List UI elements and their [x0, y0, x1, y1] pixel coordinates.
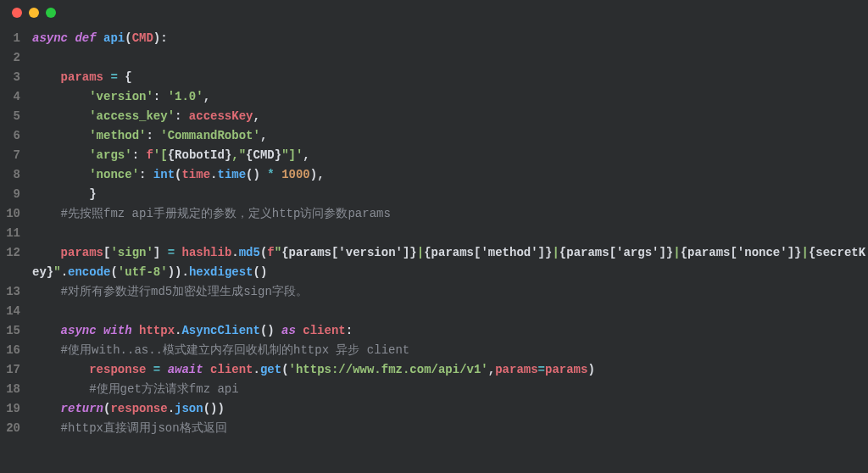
token-str: 'access_key': [89, 109, 175, 123]
token-fn: get: [260, 363, 281, 376]
line-number: 5: [0, 107, 29, 126]
code-content[interactable]: #先按照fmz api手册规定的参数，定义http访问参数params: [29, 204, 868, 224]
token-punc: [32, 129, 89, 142]
line-number: 10: [0, 204, 29, 224]
code-content[interactable]: response = await client.get('https://www…: [29, 360, 868, 380]
token-punc: ,: [488, 363, 495, 376]
code-content[interactable]: #httpx直接调用json格式返回: [29, 419, 868, 438]
token-kw: return: [61, 402, 103, 415]
token-str: '[: [153, 148, 168, 162]
code-content[interactable]: #使用get方法请求fmz api: [29, 380, 868, 399]
token-punc: [32, 90, 89, 103]
code-line[interactable]: 7 'args': f'[{RobotId},"{CMD}"]',: [0, 146, 868, 165]
code-line[interactable]: 17 response = await client.get('https://…: [0, 360, 868, 380]
code-line[interactable]: 16 #使用with..as..模式建立内存回收机制的httpx 异步 clie…: [0, 341, 868, 360]
code-content[interactable]: 'args': f'[{RobotId},"{CMD}"]',: [29, 146, 868, 165]
code-content[interactable]: 'access_key': accessKey,: [29, 107, 868, 126]
token-punc: .: [231, 246, 238, 259]
token-punc: [32, 363, 89, 376]
close-icon[interactable]: [12, 8, 22, 18]
code-line[interactable]: 2: [0, 48, 868, 68]
code-editor[interactable]: 1async def api(CMD):23 params = {4 'vers…: [0, 25, 868, 438]
token-punc: [32, 70, 61, 84]
line-number: 2: [0, 48, 29, 68]
token-str: 'args': [89, 148, 131, 162]
token-interp: {params['args']}: [559, 246, 673, 259]
code-line[interactable]: 6 'method': 'CommandRobot',: [0, 126, 868, 146]
line-number: 12: [0, 243, 29, 263]
code-line[interactable]: 18 #使用get方法请求fmz api: [0, 380, 868, 399]
code-line[interactable]: 11: [0, 224, 868, 243]
token-num: 1000: [281, 168, 310, 181]
token-kw: async def: [32, 31, 103, 45]
token-var: params: [61, 246, 103, 259]
code-line[interactable]: 3 params = {: [0, 68, 868, 87]
code-content[interactable]: #对所有参数进行md5加密处理生成sign字段。: [29, 282, 868, 302]
token-str: 'nonce': [89, 168, 139, 181]
token-punc: ]: [153, 246, 168, 259]
token-punc: {: [118, 70, 132, 84]
token-punc: ()): [203, 402, 225, 415]
token-punc: :: [175, 109, 189, 123]
token-str: 'https://www.fmz.com/api/v1': [289, 363, 488, 376]
token-punc: (): [260, 324, 281, 337]
token-punc: }: [32, 187, 97, 201]
code-line[interactable]: 13 #对所有参数进行md5加密处理生成sign字段。: [0, 282, 868, 302]
code-line[interactable]: 14: [0, 302, 868, 321]
line-number: 11: [0, 224, 29, 243]
token-fn: md5: [239, 246, 260, 259]
code-content[interactable]: async def api(CMD):: [29, 29, 868, 48]
line-number: 16: [0, 341, 29, 360]
token-var: accessKey: [189, 109, 253, 123]
token-punc: [32, 207, 61, 220]
code-line[interactable]: 5 'access_key': accessKey,: [0, 107, 868, 126]
token-punc: [160, 363, 167, 376]
token-str: '1.0': [168, 90, 203, 103]
token-kw: await: [168, 363, 210, 376]
code-content[interactable]: 'method': 'CommandRobot',: [29, 126, 868, 146]
token-punc: [32, 168, 89, 181]
code-content[interactable]: }: [29, 185, 868, 204]
code-line[interactable]: 19 return(response.json()): [0, 399, 868, 419]
code-content[interactable]: async with httpx.AsyncClient() as client…: [29, 321, 868, 341]
line-number: 4: [0, 87, 29, 107]
line-number: 3: [0, 68, 29, 87]
line-number: 19: [0, 399, 29, 419]
token-fn: hexdigest: [189, 265, 253, 279]
code-content[interactable]: params = {: [29, 68, 868, 87]
code-content[interactable]: 'version': '1.0',: [29, 87, 868, 107]
token-fstr: f: [146, 148, 153, 162]
code-line[interactable]: 15 async with httpx.AsyncClient() as cli…: [0, 321, 868, 341]
token-cmt: #使用get方法请求fmz api: [89, 382, 238, 396]
line-number: 6: [0, 126, 29, 146]
token-punc: [32, 109, 89, 123]
token-op: =: [538, 363, 545, 376]
token-str: 'utf-8': [118, 265, 168, 279]
token-var: time: [181, 168, 210, 181]
token-punc: [275, 168, 281, 181]
code-line[interactable]: 8 'nonce': int(time.time() * 1000),: [0, 165, 868, 185]
line-number: 20: [0, 419, 29, 438]
code-line[interactable]: 20 #httpx直接调用json格式返回: [0, 419, 868, 438]
code-content[interactable]: 'nonce': int(time.time() * 1000),: [29, 165, 868, 185]
code-line[interactable]: 12 params['sign'] = hashlib.md5(f"{param…: [0, 243, 868, 282]
maximize-icon[interactable]: [46, 8, 56, 18]
token-kw: async with: [61, 324, 139, 337]
code-content[interactable]: return(response.json()): [29, 399, 868, 419]
code-content[interactable]: #使用with..as..模式建立内存回收机制的httpx 异步 client: [29, 341, 868, 360]
code-content[interactable]: params['sign'] = hashlib.md5(f"{params['…: [29, 243, 868, 282]
token-interp: {CMD}: [246, 148, 281, 162]
token-str: ": [53, 265, 60, 279]
code-line[interactable]: 1async def api(CMD):: [0, 29, 868, 48]
code-line[interactable]: 10 #先按照fmz api手册规定的参数，定义http访问参数params: [0, 204, 868, 224]
token-var: params: [545, 363, 587, 376]
token-punc: [32, 343, 61, 357]
token-var: client: [303, 324, 345, 337]
line-number: 14: [0, 302, 29, 321]
token-str: |: [801, 246, 808, 259]
minimize-icon[interactable]: [29, 8, 39, 18]
code-line[interactable]: 4 'version': '1.0',: [0, 87, 868, 107]
code-line[interactable]: 9 }: [0, 185, 868, 204]
token-cmt: #httpx直接调用json格式返回: [61, 421, 227, 435]
token-var: response: [89, 363, 146, 376]
